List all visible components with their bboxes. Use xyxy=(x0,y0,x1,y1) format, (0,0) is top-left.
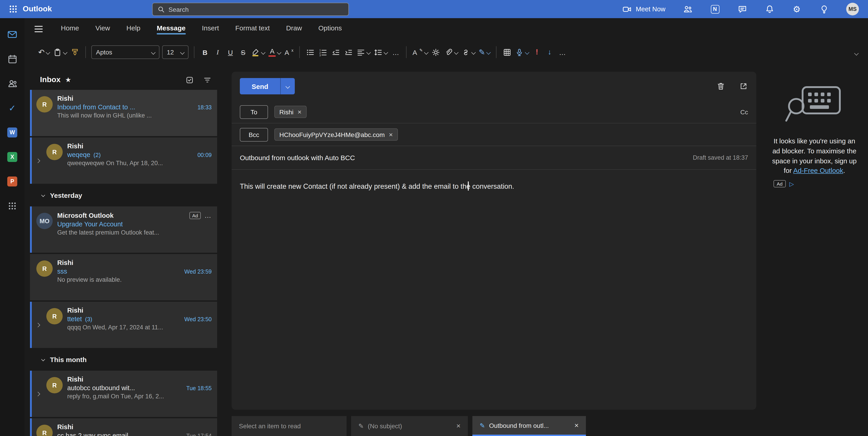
strikethrough-button[interactable]: S xyxy=(237,44,250,60)
expand-conversation-icon[interactable] xyxy=(36,307,42,343)
close-tab-icon[interactable]: × xyxy=(575,421,579,429)
feedback-button[interactable] xyxy=(737,4,747,14)
draft-tab-no-subject[interactable]: ✎ (No subject) × xyxy=(351,416,468,436)
importance-high-button[interactable]: ! xyxy=(530,44,543,60)
message-body[interactable]: This will create new Contact (if not alr… xyxy=(231,170,756,410)
account-avatar[interactable]: MS xyxy=(846,3,859,15)
favorite-star-icon[interactable]: ★ xyxy=(65,76,71,84)
conversation-count: (3) xyxy=(85,316,92,323)
calendar-rail-button[interactable] xyxy=(7,54,18,64)
to-recipient-pill[interactable]: Rishi × xyxy=(274,106,307,118)
adchoices-icon[interactable]: ▷ xyxy=(789,180,794,187)
signature-button[interactable]: ✎ xyxy=(477,44,492,60)
remove-recipient-icon[interactable]: × xyxy=(298,108,302,116)
more-formatting-button[interactable]: … xyxy=(390,44,402,60)
paste-button[interactable] xyxy=(52,44,69,60)
clear-formatting-button[interactable]: Ax xyxy=(283,44,296,60)
align-button[interactable] xyxy=(355,44,372,60)
outdent-button[interactable] xyxy=(330,44,342,60)
font-family-select[interactable]: Aptos xyxy=(92,45,160,59)
tab-insert[interactable]: Insert xyxy=(202,24,219,34)
draft-tab-outbound[interactable]: ✎ Outbound from outl... × xyxy=(472,416,586,436)
word-rail-button[interactable]: W xyxy=(7,127,18,138)
mail-list-item[interactable]: R Rishi sss Wed 23:59 No preview is avai… xyxy=(30,254,217,300)
discard-draft-button[interactable] xyxy=(716,82,725,91)
undo-button[interactable]: ↶ xyxy=(36,44,52,60)
send-button[interactable]: Send xyxy=(240,78,280,94)
insert-link-button[interactable] xyxy=(460,44,477,60)
powerpoint-rail-button[interactable]: P xyxy=(7,176,18,187)
mail-list-item-ad[interactable]: MO Microsoft Outlook Ad … Upgrade Your A… xyxy=(30,206,217,253)
expand-conversation-icon[interactable] xyxy=(36,142,42,179)
open-in-new-window-button[interactable] xyxy=(739,82,748,91)
format-painter-button[interactable] xyxy=(69,44,82,60)
indent-button[interactable] xyxy=(342,44,355,60)
more-apps-rail-button[interactable] xyxy=(7,201,18,211)
mail-list-item[interactable]: R Rishi weqeqe (2) 00:09 qweeqweqwe On T… xyxy=(30,137,217,184)
tips-button[interactable] xyxy=(819,4,829,14)
excel-rail-button[interactable]: X xyxy=(7,152,18,162)
search-input[interactable] xyxy=(168,6,344,13)
italic-button[interactable]: I xyxy=(211,44,224,60)
tab-draw[interactable]: Draw xyxy=(286,24,302,34)
tab-options[interactable]: Options xyxy=(318,24,342,34)
close-tab-icon[interactable]: × xyxy=(456,422,461,430)
ad-free-outlook-link[interactable]: Ad-Free Outlook xyxy=(793,167,843,174)
table-button[interactable] xyxy=(500,44,513,60)
tab-message[interactable]: Message xyxy=(157,24,186,34)
more-actions-icon[interactable]: … xyxy=(205,211,212,219)
select-messages-button[interactable] xyxy=(185,75,194,84)
teams-button[interactable] xyxy=(683,4,693,14)
font-color-button[interactable]: A xyxy=(267,44,283,60)
collapse-ribbon-button[interactable] xyxy=(851,48,862,56)
meet-now-button[interactable]: Meet Now xyxy=(622,4,665,14)
group-header-yesterday[interactable]: Yesterday xyxy=(30,185,217,205)
group-header-this-month[interactable]: This month xyxy=(30,349,217,369)
to-button[interactable]: To xyxy=(240,105,268,119)
bcc-button[interactable]: Bcc xyxy=(240,128,268,141)
line-spacing-button[interactable] xyxy=(372,44,390,60)
to-field-row: To Rishi × Cc xyxy=(231,101,756,124)
mail-rail-button[interactable] xyxy=(7,29,18,40)
tab-format-text[interactable]: Format text xyxy=(235,24,270,34)
highlight-button[interactable] xyxy=(250,44,267,60)
underline-button[interactable]: U xyxy=(224,44,237,60)
bullets-button[interactable] xyxy=(304,44,317,60)
tab-help[interactable]: Help xyxy=(126,24,141,34)
numbering-button[interactable]: 123 xyxy=(317,44,330,60)
mail-list-item[interactable]: R Rishi cc has 2 way sync email Tue 17:5… xyxy=(30,418,217,436)
people-rail-button[interactable] xyxy=(7,78,18,89)
dictate-button[interactable] xyxy=(513,44,530,60)
attach-file-button[interactable] xyxy=(442,44,460,60)
brightness-button[interactable] xyxy=(430,44,442,60)
mail-list-item[interactable]: R Rishi autobcc outbound wit... Tue 18:5… xyxy=(30,371,217,417)
more-options-button[interactable]: … xyxy=(556,44,569,60)
remove-recipient-icon[interactable]: × xyxy=(389,131,393,138)
send-options-button[interactable] xyxy=(280,78,294,94)
notifications-button[interactable] xyxy=(765,4,774,14)
people-icon xyxy=(7,78,18,89)
settings-button[interactable]: ⚙ xyxy=(792,4,802,14)
search-bar[interactable] xyxy=(152,3,349,16)
app-launcher-button[interactable] xyxy=(4,0,22,18)
top-bar: Outlook Meet Now N xyxy=(0,0,868,18)
importance-low-button[interactable]: ↓ xyxy=(543,44,556,60)
expand-conversation-icon[interactable] xyxy=(36,376,42,412)
mail-list-item[interactable]: R Rishi ttetet (3) Wed 23:50 qqqq On Wed… xyxy=(30,302,217,348)
tab-view[interactable]: View xyxy=(95,24,110,34)
draft-pencil-icon: ✎ xyxy=(359,423,364,430)
ribbon-menu-button[interactable] xyxy=(34,26,43,32)
bcc-recipient-pill[interactable]: HChooFuiyPpVYzeJ4HMe@abc.com × xyxy=(274,128,398,141)
reading-pane-tab[interactable]: Select an item to read xyxy=(231,416,347,436)
onenote-button[interactable]: N xyxy=(710,4,720,14)
todo-rail-button[interactable]: ✓ xyxy=(7,103,18,113)
styles-button[interactable]: A✎ xyxy=(411,44,430,60)
mail-list-item[interactable]: R Rishi Inbound from Contact to ... 18:3… xyxy=(30,90,217,136)
font-size-select[interactable]: 12 xyxy=(162,45,189,59)
filter-button[interactable] xyxy=(203,75,212,84)
subject-input[interactable]: Outbound from outlook with Auto BCC xyxy=(240,154,355,162)
send-split-button[interactable]: Send xyxy=(240,78,294,94)
tab-home[interactable]: Home xyxy=(61,24,79,34)
cc-button[interactable]: Cc xyxy=(740,108,748,115)
bold-button[interactable]: B xyxy=(199,44,211,60)
